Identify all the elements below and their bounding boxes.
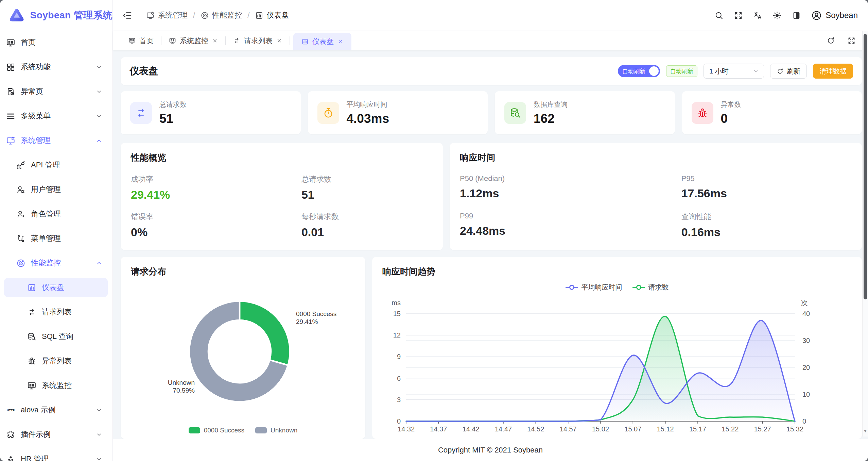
- page-content: 仪表盘 自动刷新 自动刷新 1 小时 刷新 清理数据: [113, 50, 868, 439]
- svg-text:15:22: 15:22: [722, 425, 739, 433]
- sidebar-item-API 管理[interactable]: API 管理: [0, 155, 108, 175]
- svg-text:6: 6: [397, 375, 401, 382]
- sidebar-item-用户管理[interactable]: 用户管理: [0, 180, 108, 199]
- sidebar-item-多级菜单[interactable]: 多级菜单: [0, 106, 108, 126]
- monitor-icon: [128, 37, 136, 44]
- sidebar-item-SQL 查询[interactable]: SQL 查询: [0, 327, 108, 346]
- tab-系统监控[interactable]: 系统监控: [165, 31, 222, 50]
- svg-text:15:12: 15:12: [657, 425, 674, 433]
- legend-item-Unknown[interactable]: Unknown: [255, 427, 297, 434]
- tab-divider: [290, 36, 290, 45]
- auto-refresh-badge: 自动刷新: [666, 65, 697, 77]
- fullscreen-content-icon[interactable]: [847, 36, 856, 45]
- scrollbar-down-arrow-icon[interactable]: ▼: [863, 428, 868, 434]
- stat-value: 51: [159, 112, 187, 126]
- legend-swatch: [189, 427, 200, 433]
- tab-actions: [827, 31, 868, 50]
- route-icon: [16, 234, 25, 243]
- close-icon[interactable]: [337, 39, 343, 45]
- tab-divider: [225, 36, 226, 45]
- swap-icon: [130, 102, 152, 124]
- sidebar-item-角色管理[interactable]: 角色管理: [0, 204, 108, 224]
- breadcrumb-item-仪表盘[interactable]: 仪表盘: [255, 10, 289, 20]
- toggle-knob: [649, 66, 659, 76]
- reload-page-icon[interactable]: [827, 36, 835, 45]
- sidebar-item-性能监控[interactable]: 性能监控: [0, 253, 108, 273]
- chevron-up-icon: [96, 137, 102, 144]
- svg-text:20: 20: [802, 364, 810, 371]
- svg-text:次: 次: [801, 299, 808, 307]
- tab-请求列表[interactable]: 请求列表: [229, 31, 286, 50]
- sidebar-item-label: 系统功能: [21, 62, 90, 72]
- close-icon[interactable]: [212, 38, 218, 44]
- sidebar-item-HR 管理[interactable]: HR 管理: [0, 449, 108, 461]
- sidebar-item-label: 异常列表: [42, 356, 108, 366]
- svg-text:14:37: 14:37: [430, 425, 447, 433]
- legend-swatch: [255, 427, 267, 433]
- auto-refresh-toggle[interactable]: 自动刷新: [618, 65, 660, 77]
- legend-item-0000 Success[interactable]: 0000 Success: [189, 427, 244, 434]
- page-title: 仪表盘: [129, 65, 158, 78]
- interval-select[interactable]: 1 小时: [704, 64, 764, 79]
- tab-label: 首页: [139, 36, 154, 46]
- sidebar-item-label: 异常页: [21, 86, 90, 97]
- panel-title: 性能概览: [131, 152, 166, 164]
- app-logo[interactable]: Soybean 管理系统: [0, 0, 112, 31]
- sidebar-item-仪表盘[interactable]: 仪表盘: [4, 278, 108, 297]
- sidebar-item-系统管理[interactable]: 系统管理: [0, 131, 108, 150]
- tab-bar: 首页系统监控请求列表仪表盘: [113, 31, 868, 50]
- response-time-panel: 响应时间 P50 (Median)1.12msP9517.56msP9924.4…: [450, 143, 862, 250]
- breadcrumb-label: 性能监控: [212, 10, 242, 20]
- metric-value: 1.12ms: [460, 187, 681, 200]
- pie-slice-label: 0000 Success29.41%: [296, 310, 336, 326]
- metric-label: 查询性能: [681, 212, 852, 222]
- metric-value: 17.56ms: [681, 187, 852, 200]
- user-check-icon: [16, 210, 25, 219]
- search-icon[interactable]: [714, 11, 724, 20]
- sidebar-item-异常页[interactable]: 异常页: [0, 82, 108, 101]
- tab-仪表盘[interactable]: 仪表盘: [293, 33, 351, 50]
- sidebar-item-系统监控[interactable]: 系统监控: [0, 376, 108, 395]
- stat-value: 4.03ms: [347, 112, 389, 126]
- collapse-sidebar-icon[interactable]: [122, 10, 133, 20]
- app-title: Soybean 管理系统: [30, 9, 112, 22]
- user-menu[interactable]: Soybean: [811, 10, 858, 21]
- svg-text:15: 15: [393, 310, 401, 317]
- svg-text:30: 30: [802, 337, 810, 344]
- sidebar-item-系统功能[interactable]: 系统功能: [0, 57, 108, 77]
- metric-label: 总请求数: [301, 174, 433, 184]
- theme-icon[interactable]: [792, 11, 801, 20]
- svg-text:40: 40: [802, 310, 810, 317]
- scrollbar-thumb[interactable]: [864, 34, 867, 299]
- svg-text:14:42: 14:42: [463, 425, 480, 433]
- sun-icon[interactable]: [772, 11, 782, 20]
- translate-icon[interactable]: [753, 11, 762, 20]
- sidebar-item-alova 示例[interactable]: HTTPalova 示例: [0, 400, 108, 419]
- clear-data-button[interactable]: 清理数据: [813, 64, 853, 79]
- monitor-icon: [27, 381, 36, 390]
- sidebar-item-插件示例[interactable]: 插件示例: [0, 425, 108, 444]
- sidebar-item-请求列表[interactable]: 请求列表: [0, 302, 108, 322]
- refresh-button[interactable]: 刷新: [770, 64, 807, 79]
- close-icon[interactable]: [276, 38, 282, 44]
- sidebar-item-label: SQL 查询: [42, 331, 108, 342]
- chevron-down-icon: [96, 64, 102, 70]
- breadcrumb-item-系统管理[interactable]: 系统管理: [146, 10, 188, 20]
- stat-card-数据库查询: 数据库查询162: [495, 91, 675, 134]
- sidebar-item-异常列表[interactable]: 异常列表: [0, 351, 108, 371]
- bug-icon: [27, 357, 36, 366]
- soybean-logo-icon: [9, 7, 25, 23]
- sidebar-item-首页[interactable]: 首页: [0, 33, 108, 52]
- stat-label: 平均响应时间: [347, 100, 389, 109]
- sidebar-item-菜单管理[interactable]: 菜单管理: [0, 229, 108, 248]
- tab-divider: [161, 36, 161, 45]
- stat-label: 总请求数: [159, 100, 187, 109]
- metric-value: 24.48ms: [460, 224, 681, 237]
- metric-错误率: 错误率0%: [131, 212, 301, 243]
- bar-chart-icon: [27, 283, 36, 292]
- breadcrumb-item-性能监控[interactable]: 性能监控: [201, 10, 242, 20]
- tab-首页[interactable]: 首页: [124, 31, 158, 50]
- dashboard-controls: 自动刷新 自动刷新 1 小时 刷新 清理数据: [618, 64, 853, 79]
- metric-label: P99: [460, 212, 681, 220]
- expand-icon[interactable]: [734, 11, 743, 20]
